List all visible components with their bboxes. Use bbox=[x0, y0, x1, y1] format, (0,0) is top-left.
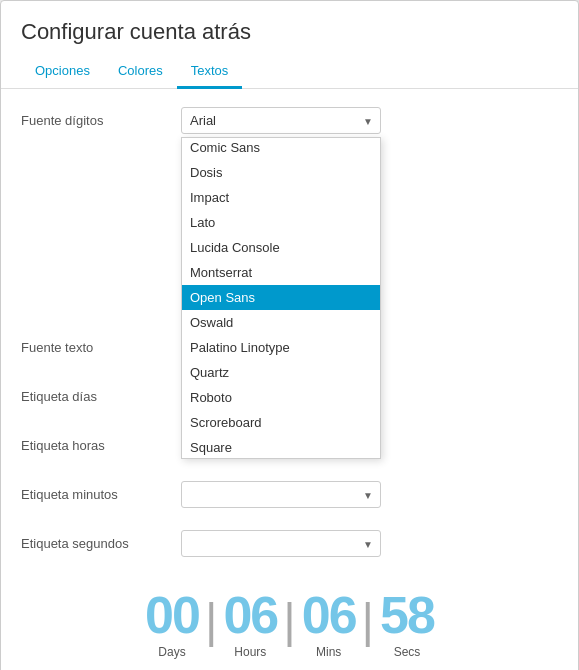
etiqueta-horas-label: Etiqueta horas bbox=[21, 438, 181, 453]
etiqueta-minutos-input-wrapper bbox=[181, 481, 381, 508]
font-select-wrapper: Arial bbox=[181, 107, 381, 134]
font-select-box[interactable]: Arial bbox=[181, 107, 381, 134]
dropdown-item[interactable]: Lato bbox=[182, 210, 380, 235]
countdown-mins: 06 Mins bbox=[302, 589, 356, 659]
countdown-mins-label: Mins bbox=[316, 645, 341, 659]
etiqueta-segundos-input-wrapper bbox=[181, 530, 381, 557]
countdown-preview: 00 Days | 06 Hours | 06 Mins | 58 Secs bbox=[21, 579, 558, 664]
etiqueta-segundos-input[interactable] bbox=[181, 530, 381, 557]
countdown-secs-value: 58 bbox=[380, 589, 434, 641]
modal-title: Configurar cuenta atrás bbox=[1, 1, 578, 55]
dropdown-item[interactable]: Quartz bbox=[182, 360, 380, 385]
fuente-digitos-control: Arial ArialComic SansDosisImpactLatoLuci… bbox=[181, 107, 558, 134]
etiqueta-minutos-label: Etiqueta minutos bbox=[21, 487, 181, 502]
countdown-sep-1: | bbox=[199, 593, 223, 648]
countdown-hours: 06 Hours bbox=[223, 589, 277, 659]
tabs-bar: Opciones Colores Textos bbox=[1, 55, 578, 89]
etiqueta-segundos-row: Etiqueta segundos bbox=[21, 530, 558, 557]
dropdown-item[interactable]: Lucida Console bbox=[182, 235, 380, 260]
countdown-days: 00 Days bbox=[145, 589, 199, 659]
etiqueta-minutos-input[interactable] bbox=[181, 481, 381, 508]
dropdown-item[interactable]: Open Sans bbox=[182, 285, 380, 310]
dropdown-item[interactable]: Palatino Linotype bbox=[182, 335, 380, 360]
font-dropdown: ArialComic SansDosisImpactLatoLucida Con… bbox=[181, 137, 381, 459]
countdown-mins-value: 06 bbox=[302, 589, 356, 641]
tab-textos[interactable]: Textos bbox=[177, 55, 243, 89]
countdown-sep-2: | bbox=[277, 593, 301, 648]
tab-opciones[interactable]: Opciones bbox=[21, 55, 104, 89]
countdown-days-label: Days bbox=[158, 645, 185, 659]
dropdown-item[interactable]: Comic Sans bbox=[182, 138, 380, 160]
dropdown-item[interactable]: Oswald bbox=[182, 310, 380, 335]
countdown-sep-3: | bbox=[356, 593, 380, 648]
modal-container: Configurar cuenta atrás Opciones Colores… bbox=[0, 0, 579, 670]
etiqueta-minutos-row: Etiqueta minutos bbox=[21, 481, 558, 508]
modal-body: Fuente dígitos Arial ArialComic SansDosi… bbox=[1, 89, 578, 670]
dropdown-item[interactable]: Square bbox=[182, 435, 380, 458]
dropdown-item[interactable]: Montserrat bbox=[182, 260, 380, 285]
font-dropdown-list[interactable]: ArialComic SansDosisImpactLatoLucida Con… bbox=[182, 138, 380, 458]
etiqueta-segundos-label: Etiqueta segundos bbox=[21, 536, 181, 551]
countdown-secs-label: Secs bbox=[394, 645, 421, 659]
countdown-hours-label: Hours bbox=[234, 645, 266, 659]
countdown-days-value: 00 bbox=[145, 589, 199, 641]
tab-colores[interactable]: Colores bbox=[104, 55, 177, 89]
fuente-digitos-label: Fuente dígitos bbox=[21, 113, 181, 128]
dropdown-item[interactable]: Dosis bbox=[182, 160, 380, 185]
etiqueta-minutos-control bbox=[181, 481, 558, 508]
fuente-digitos-row: Fuente dígitos Arial ArialComic SansDosi… bbox=[21, 107, 558, 134]
countdown-hours-value: 06 bbox=[223, 589, 277, 641]
dropdown-item[interactable]: Roboto bbox=[182, 385, 380, 410]
dropdown-item[interactable]: Scroreboard bbox=[182, 410, 380, 435]
etiqueta-segundos-control bbox=[181, 530, 558, 557]
countdown-secs: 58 Secs bbox=[380, 589, 434, 659]
dropdown-item[interactable]: Impact bbox=[182, 185, 380, 210]
fuente-texto-label: Fuente texto bbox=[21, 340, 181, 355]
etiqueta-dias-label: Etiqueta días bbox=[21, 389, 181, 404]
